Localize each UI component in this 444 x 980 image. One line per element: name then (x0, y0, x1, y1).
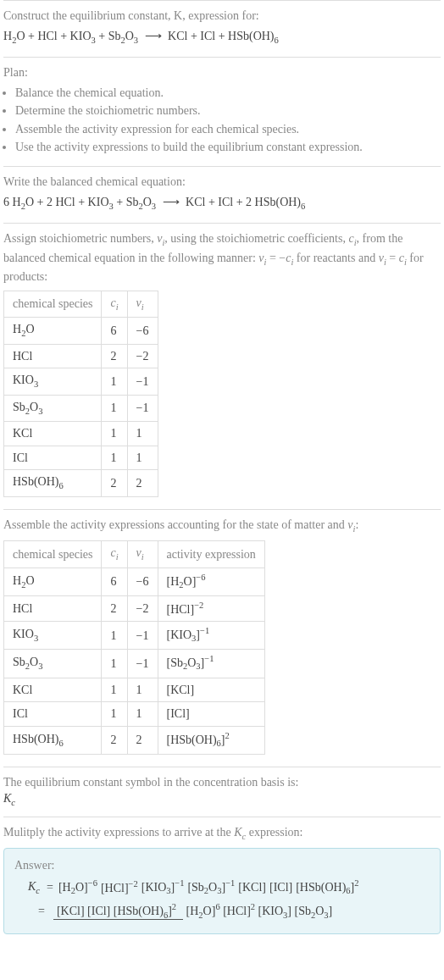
cell-species: HCl (4, 596, 102, 622)
cell-species: KIO3 (4, 622, 102, 650)
plan-list: Balance the chemical equation. Determine… (3, 85, 441, 156)
cell-v: −1 (127, 395, 158, 421)
table-row: Sb2O31−1 (4, 395, 158, 421)
cell-c: 1 (102, 702, 127, 727)
cell-species: ICl (4, 702, 102, 727)
cell-species: HCl (4, 344, 102, 368)
table-row: HSb(OH)622 (4, 470, 158, 496)
cell-c: 1 (102, 446, 127, 470)
cell-species: H2O (4, 568, 102, 595)
cell-c: 2 (102, 726, 127, 754)
cell-v: 1 (127, 446, 158, 470)
section-activity: Assemble the activity expressions accoun… (3, 509, 441, 767)
cell-act: [HCl]−2 (158, 596, 264, 622)
cell-species: KCl (4, 422, 102, 446)
col-activity: activity expression (158, 541, 264, 568)
activity-table: chemical species ci νi activity expressi… (3, 540, 265, 754)
kc-symbol: Kc (3, 790, 441, 809)
col-vi: νi (127, 291, 158, 317)
cell-v: −1 (127, 368, 158, 395)
reaction-arrow-icon: ⟶ (145, 28, 162, 45)
section-multiply: Mulitply the activity expressions to arr… (3, 817, 441, 941)
plan-item: Balance the chemical equation. (15, 85, 441, 102)
col-species: chemical species (4, 541, 102, 568)
table-row: HCl2−2[HCl]−2 (4, 596, 265, 622)
balanced-equation: 6 H2O + 2 HCl + KIO3 + Sb2O3 ⟶ KCl + ICl… (3, 194, 441, 213)
cell-c: 2 (102, 344, 127, 368)
cell-species: HSb(OH)6 (4, 470, 102, 496)
table-row: Sb2O31−1[Sb2O3]−1 (4, 650, 265, 678)
heading-kc-symbol: The equilibrium constant symbol in the c… (3, 774, 441, 791)
plan-item: Use the activity expressions to build th… (15, 139, 441, 156)
answer-label: Answer: (14, 857, 430, 874)
cell-c: 2 (102, 470, 127, 496)
answer-box: Answer: Kc = [H2O]−6 [HCl]−2 [KIO3]−1 [S… (3, 848, 441, 934)
table-row: KIO31−1 (4, 368, 158, 395)
heading-construct: Construct the equilibrium constant, K, e… (3, 8, 441, 25)
cell-c: 1 (102, 395, 127, 421)
table-row: ICl11 (4, 446, 158, 470)
cell-v: 1 (127, 678, 158, 702)
table-row: H2O6−6[H2O]−6 (4, 568, 265, 595)
cell-v: 1 (127, 422, 158, 446)
table-row: KIO31−1[KIO3]−1 (4, 622, 265, 650)
cell-v: −1 (127, 622, 158, 650)
cell-species: KIO3 (4, 368, 102, 395)
cell-c: 1 (102, 650, 127, 678)
section-plan: Plan: Balance the chemical equation. Det… (3, 57, 441, 166)
fraction-numerator: [KCl] [ICl] [HSb(OH)6]2 (53, 905, 183, 920)
cell-act: [KCl] (158, 678, 264, 702)
heading-balanced: Write the balanced chemical equation: (3, 174, 441, 191)
cell-c: 1 (102, 422, 127, 446)
heading-stoich: Assign stoichiometric numbers, νi, using… (3, 230, 441, 285)
cell-species: ICl (4, 446, 102, 470)
cell-v: 2 (127, 470, 158, 496)
cell-act: [KIO3]−1 (158, 622, 264, 650)
answer-line-2: = [KCl] [ICl] [HSb(OH)6]2 [H2O]6 [HCl]2 … (38, 901, 430, 922)
col-ci: ci (102, 291, 127, 317)
cell-v: −6 (127, 318, 158, 344)
table-row: HCl2−2 (4, 344, 158, 368)
heading-multiply: Mulitply the activity expressions to arr… (3, 824, 441, 843)
heading-activity: Assemble the activity expressions accoun… (3, 517, 441, 535)
table-row: H2O6−6 (4, 318, 158, 344)
cell-v: 2 (127, 726, 158, 754)
cell-v: −2 (127, 344, 158, 368)
answer-line-1: Kc = [H2O]−6 [HCl]−2 [KIO3]−1 [Sb2O3]−1 … (28, 878, 430, 898)
cell-species: Sb2O3 (4, 395, 102, 421)
cell-act: [HSb(OH)6]2 (158, 726, 264, 754)
fraction-denominator: [H2O]6 [HCl]2 [KIO3] [Sb2O3] (183, 903, 336, 917)
cell-c: 1 (102, 368, 127, 395)
table-row: KCl11[KCl] (4, 678, 265, 702)
heading-plan: Plan: (3, 64, 441, 81)
cell-v: −1 (127, 650, 158, 678)
reaction-arrow-icon: ⟶ (163, 194, 180, 211)
cell-act: [ICl] (158, 702, 264, 727)
col-species: chemical species (4, 291, 102, 317)
cell-c: 6 (102, 568, 127, 595)
cell-c: 1 (102, 678, 127, 702)
stoich-table: chemical species ci νi H2O6−6 HCl2−2 KIO… (3, 291, 158, 497)
cell-c: 2 (102, 596, 127, 622)
cell-c: 1 (102, 622, 127, 650)
col-vi: νi (127, 541, 158, 568)
section-construct: Construct the equilibrium constant, K, e… (3, 0, 441, 57)
cell-species: H2O (4, 318, 102, 344)
plan-item: Assemble the activity expression for eac… (15, 121, 441, 138)
cell-v: −6 (127, 568, 158, 595)
table-row: HSb(OH)622[HSb(OH)6]2 (4, 726, 265, 754)
col-ci: ci (102, 541, 127, 568)
section-balanced: Write the balanced chemical equation: 6 … (3, 166, 441, 223)
unbalanced-equation: H2O + HCl + KIO3 + Sb2O3 ⟶ KCl + ICl + H… (3, 28, 441, 47)
cell-species: HSb(OH)6 (4, 726, 102, 754)
cell-species: KCl (4, 678, 102, 702)
cell-act: [Sb2O3]−1 (158, 650, 264, 678)
cell-v: −2 (127, 596, 158, 622)
section-kc-symbol: The equilibrium constant symbol in the c… (3, 767, 441, 817)
cell-v: 1 (127, 702, 158, 727)
cell-c: 6 (102, 318, 127, 344)
section-stoich: Assign stoichiometric numbers, νi, using… (3, 223, 441, 509)
plan-item: Determine the stoichiometric numbers. (15, 102, 441, 119)
cell-species: Sb2O3 (4, 650, 102, 678)
table-row: ICl11[ICl] (4, 702, 265, 727)
